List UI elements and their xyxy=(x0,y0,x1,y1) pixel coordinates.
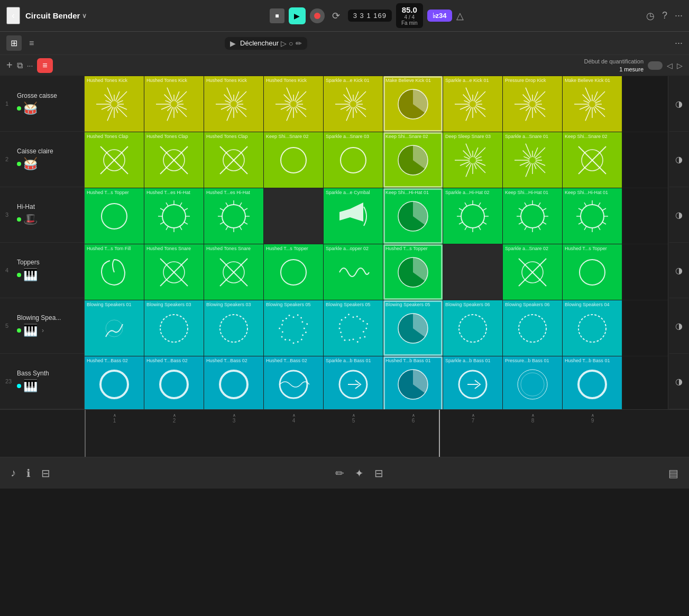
cell-1-5[interactable]: Keep Shi...Snare 02 xyxy=(383,132,443,188)
cell-3-3[interactable]: Hushed T...s Topper xyxy=(264,244,324,300)
track-row-4[interactable]: 4 Toppers 🎹 xyxy=(0,243,84,298)
cell-0-8[interactable]: Make Believe Kick 01 xyxy=(563,76,622,132)
active-view-button[interactable]: ≡ xyxy=(37,58,52,73)
cell-5-5[interactable]: Hushed T...b Bass 01 xyxy=(383,356,443,409)
loop-button[interactable]: ⟳ xyxy=(329,8,344,23)
layout-button[interactable]: ⊟ xyxy=(41,467,50,480)
tempo-display[interactable]: 85.0 4 / 4 Fa min xyxy=(396,3,423,28)
quantization-toggle[interactable] xyxy=(648,61,663,70)
cell-3-0[interactable]: Hushed T...s Tom Fill xyxy=(85,244,144,300)
track-row-23[interactable]: 23 Bass Synth 🎹 xyxy=(0,354,84,409)
cell-5-8[interactable]: Hushed T...b Bass 01 xyxy=(563,356,622,409)
cell-1-8[interactable]: Keep Shi...Snare 02 xyxy=(563,132,622,188)
cell-5-2[interactable]: Hushed T...Bass 02 xyxy=(204,356,264,409)
track-5-options[interactable]: ◑ xyxy=(669,298,688,354)
sun-tool[interactable]: ✦ xyxy=(355,467,364,480)
cell-5-0[interactable]: Hushed T...Bass 02 xyxy=(85,356,144,409)
cell-0-4[interactable]: Sparkle a...e Kick 01 xyxy=(324,76,383,132)
history-button[interactable]: ◷ xyxy=(646,10,655,22)
cell-4-1[interactable]: Blowing Speakers 03 xyxy=(144,300,204,356)
track-1-options[interactable]: ◑ xyxy=(669,76,688,132)
cell-4-7[interactable]: Blowing Speakers 06 xyxy=(503,300,563,356)
grid-view-button[interactable]: ⊞ xyxy=(6,35,22,51)
trigger-play-icon[interactable]: ▶ xyxy=(230,39,236,48)
pencil-tool[interactable]: ✏ xyxy=(335,467,344,480)
scroll-right-button[interactable]: ▷ xyxy=(677,61,683,70)
cell-2-2[interactable]: Hushed T...es Hi-Hat xyxy=(204,188,264,244)
track-4-options[interactable]: ◑ xyxy=(669,243,688,298)
cell-5-4[interactable]: Sparkle a...b Bass 01 xyxy=(324,356,383,409)
cell-1-7[interactable]: Sparkle a...Snare 01 xyxy=(503,132,563,188)
cell-2-6[interactable]: Sparkle a...Hi-Hat 02 xyxy=(443,188,503,244)
sliders-tool[interactable]: ⊟ xyxy=(374,467,383,480)
second-bar-more-button[interactable]: ··· xyxy=(675,38,683,49)
trigger-circle-icon[interactable]: ○ xyxy=(289,39,293,48)
cell-2-1[interactable]: Hushed T...es Hi-Hat xyxy=(144,188,204,244)
play-button[interactable]: ▶ xyxy=(289,7,306,24)
more-options-button[interactable]: ··· xyxy=(675,10,683,21)
cell-0-5[interactable]: Make Believe Kick 01 xyxy=(383,76,443,132)
cell-4-4[interactable]: Blowing Speakers 05 xyxy=(324,300,383,356)
cell-0-6[interactable]: Sparkle a...e Kick 01 xyxy=(443,76,503,132)
cell-4-8[interactable]: Blowing Speakers 04 xyxy=(563,300,622,356)
track-row-3[interactable]: 3 Hi-Hat 🎩 xyxy=(0,187,84,243)
cell-2-5[interactable]: Keep Shi...Hi-Hat 01 xyxy=(383,188,443,244)
cell-5-1[interactable]: Hushed T...Bass 02 xyxy=(144,356,204,409)
duplicate-button[interactable]: ⧉ xyxy=(17,61,23,70)
cell-0-0[interactable]: Hushed Tones Kick xyxy=(85,76,144,132)
quantization-label[interactable]: Début de quantification 1 mesure xyxy=(584,58,644,73)
help-button[interactable]: ? xyxy=(662,10,667,21)
track-23-options[interactable]: ◑ xyxy=(669,354,688,409)
track-options-button[interactable]: ··· xyxy=(27,61,33,70)
cell-4-2[interactable]: Blowing Speakers 03 xyxy=(204,300,264,356)
cell-3-1[interactable]: Hushed Tones Snare xyxy=(144,244,204,300)
cell-5-3[interactable]: Hushed T...Bass 02 xyxy=(264,356,324,409)
library-button[interactable]: ♪ xyxy=(11,467,16,480)
cell-4-0[interactable]: Blowing Speakers 01 xyxy=(85,300,144,356)
cell-3-7[interactable]: Sparkle a...Snare 02 xyxy=(503,244,563,300)
project-title[interactable]: Circuit Bender ∨ xyxy=(25,11,87,20)
cell-1-4[interactable]: Sparkle a...Snare 03 xyxy=(324,132,383,188)
cell-0-2[interactable]: Hushed Tones Kick xyxy=(204,76,264,132)
track-3-options[interactable]: ◑ xyxy=(669,187,688,243)
stop-button[interactable]: ■ xyxy=(270,8,284,23)
cell-1-0[interactable]: Hushed Tones Clap xyxy=(85,132,144,188)
info-button[interactable]: ℹ xyxy=(26,467,31,480)
cell-5-7[interactable]: Pressure...b Bass 01 xyxy=(503,356,563,409)
cell-2-3[interactable] xyxy=(264,188,324,244)
cell-2-7[interactable]: Keep Shi...Hi-Hat 01 xyxy=(503,188,563,244)
trigger-loop-icon[interactable]: ▷ xyxy=(281,39,287,48)
cell-1-6[interactable]: Deep Sleep Snare 03 xyxy=(443,132,503,188)
cell-1-2[interactable]: Hushed Tones Clap xyxy=(204,132,264,188)
cell-0-1[interactable]: Hushed Tones Kick xyxy=(144,76,204,132)
trigger-pencil-icon[interactable]: ✏ xyxy=(296,39,302,48)
cell-2-4[interactable]: Sparkle a...e Cymbal xyxy=(324,188,383,244)
list-view-button[interactable]: ≡ xyxy=(25,36,38,51)
cell-4-6[interactable]: Blowing Speakers 06 xyxy=(443,300,503,356)
track-row-2[interactable]: 2 Caisse claire 🥁 xyxy=(0,132,84,187)
bars-button[interactable]: ▤ xyxy=(668,467,678,480)
cell-0-7[interactable]: Pressure Drop Kick xyxy=(503,76,563,132)
scroll-left-button[interactable]: ◁ xyxy=(667,61,673,70)
cell-5-6[interactable]: Sparkle a...b Bass 01 xyxy=(443,356,503,409)
cell-0-3[interactable]: Hushed Tones Kick xyxy=(264,76,324,132)
cell-3-8[interactable]: Hushed T...s Topper xyxy=(563,244,622,300)
cell-1-3[interactable]: Keep Shi...Snare 02 xyxy=(264,132,324,188)
metronome-button[interactable]: △ xyxy=(456,10,464,22)
cell-3-5[interactable]: Hushed T...s Topper xyxy=(383,244,443,300)
cell-3-4[interactable]: Sparkle a...opper 02 xyxy=(324,244,383,300)
back-button[interactable]: ‹ xyxy=(6,7,20,24)
cell-4-3[interactable]: Blowing Speakers 05 xyxy=(264,300,324,356)
cell-1-1[interactable]: Hushed Tones Clap xyxy=(144,132,204,188)
add-track-button[interactable]: + xyxy=(6,59,13,71)
track-row-5[interactable]: 5 Blowing Spea... 🎹 › xyxy=(0,298,84,354)
track-row-1[interactable]: 1 Grosse caisse 🥁 xyxy=(0,76,84,132)
record-button[interactable] xyxy=(310,8,325,23)
key-badge[interactable]: ♭z34 xyxy=(427,10,452,22)
cell-4-5[interactable]: Blowing Speakers 05 xyxy=(383,300,443,356)
cell-3-6[interactable] xyxy=(443,244,503,300)
cell-2-8[interactable]: Keep Shi...Hi-Hat 01 xyxy=(563,188,622,244)
cell-2-0[interactable]: Hushed T...s Topper xyxy=(85,188,144,244)
track-2-options[interactable]: ◑ xyxy=(669,132,688,187)
cell-3-2[interactable]: Hushed Tones Snare xyxy=(204,244,264,300)
